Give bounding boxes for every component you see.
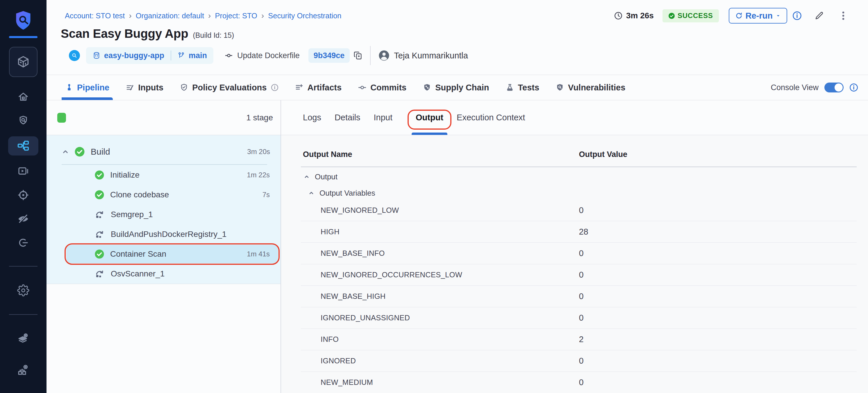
branch-name: main [189,51,207,60]
tab-pipeline[interactable]: Pipeline [62,75,113,100]
tab-label: Artifacts [307,83,342,92]
step-row-semgrep[interactable]: Semgrep_1 [46,205,280,224]
tab-commits[interactable]: Commits [354,75,410,100]
stage-success-icon [74,147,85,157]
breadcrumb-separator: › [261,11,264,20]
column-output-value: Output Value [576,150,857,159]
subtab-output-active-annotated[interactable]: Output [407,100,452,135]
build-stage-group: Build 3m 20s Initialize 1m 22s Clone cod… [46,135,280,284]
subtab-logs[interactable]: Logs [303,100,321,135]
tab-vulnerabilities[interactable]: Vulnerabilities [552,75,629,100]
stage-row-build[interactable]: Build 3m 20s [46,135,280,164]
step-row-clone-codebase[interactable]: Clone codebase 7s [46,185,280,205]
rerun-button-label: Re-run [746,11,773,21]
stage-status-square [57,113,66,123]
group-row-output[interactable]: Output [301,167,857,186]
nav-executions-icon[interactable] [15,163,31,179]
tests-flask-icon [505,83,514,92]
group-row-output-variables[interactable]: Output Variables [301,186,857,200]
policy-info-icon[interactable] [271,84,278,91]
commits-icon [358,83,367,92]
copy-sha-icon[interactable] [353,51,363,60]
harness-sto-execution-page: Account: STO test › Organization: defaul… [0,0,868,393]
nav-home-icon[interactable] [15,89,31,105]
subtab-input[interactable]: Input [374,100,393,135]
output-value: 0 [576,248,857,258]
collapse-chevron-icon[interactable] [61,147,70,156]
step-row-build-and-push[interactable]: BuildAndPushDockerRegistry_1 [46,224,280,244]
nav-targets-icon[interactable] [15,187,31,203]
status-badge: SUCCESS [662,9,719,22]
group-label: Output Variables [319,189,375,198]
rerun-button[interactable]: Re-run [729,8,787,24]
console-view-cluster: Console View [771,75,858,100]
breadcrumb-account[interactable]: Account: STO test [65,11,125,20]
step-row-container-scan-selected-annotated[interactable]: Container Scan 1m 41s [46,244,280,264]
rerun-refresh-icon [735,12,743,20]
step-group-icon [94,269,105,279]
logo-underline [9,36,37,38]
more-options-kebab-icon[interactable] [839,11,848,21]
tab-artifacts[interactable]: Artifacts [291,75,345,100]
sidebar-divider [9,266,37,267]
module-selector-button[interactable] [9,47,37,77]
stage-panel-header: 1 stage [46,100,280,135]
output-name: HIGH [301,228,576,236]
step-row-initialize[interactable]: Initialize 1m 22s [46,165,280,185]
table-row: IGNORED 0 [301,350,857,372]
repo-branch-pill[interactable]: easy-buggy-app main [86,47,213,64]
step-row-osv-scanner[interactable]: OsvScanner_1 [46,264,280,284]
artifacts-icon [295,83,304,92]
nav-scan-icon[interactable] [15,113,31,129]
console-view-label: Console View [771,83,818,92]
tab-policy-evaluations[interactable]: Policy Evaluations [176,75,282,100]
output-name: IGNORED_UNASSIGNED [301,314,576,322]
nav-pipelines-icon-active[interactable] [8,136,38,155]
stage-panel: 1 stage Build 3m 20s [46,100,281,393]
main-column: Account: STO test › Organization: defaul… [46,0,868,393]
step-name: Semgrep_1 [111,210,153,219]
output-value: 0 [576,206,857,215]
table-row: NEW_MEDIUM 0 [301,372,857,393]
execution-info-icon[interactable] [793,11,802,20]
header-actions: 3m 26s SUCCESS Re-run [614,8,848,24]
nav-resources-layers-icon[interactable] [15,330,31,346]
output-value: 0 [576,377,857,387]
author-name: Teja Kummarikuntla [394,51,468,60]
output-name: NEW_IGNORED_OCCURRENCES_LOW [301,271,576,279]
stage-name: Build [91,147,110,157]
breadcrumb-project[interactable]: Project: STO [215,11,257,20]
breadcrumb-separator: › [129,11,131,20]
inputs-icon [126,83,134,92]
console-view-toggle[interactable] [825,83,844,92]
commit-message-cluster: Update Dockerfile [224,51,300,60]
git-branch-icon [178,52,185,59]
breadcrumb-module[interactable]: Security Orchestration [268,11,341,20]
clock-icon [614,11,623,20]
output-value: 0 [576,313,857,323]
tab-tests[interactable]: Tests [502,75,543,100]
tab-inputs[interactable]: Inputs [122,75,167,100]
table-row: NEW_BASE_HIGH 0 [301,286,857,307]
step-name: BuildAndPushDockerRegistry_1 [111,230,226,239]
subtab-execution-context[interactable]: Execution Context [457,100,525,135]
nav-hidden-eye-off-icon[interactable] [15,211,31,227]
page-title: Scan Easy Buggy App [61,27,188,41]
nav-project-settings-icon[interactable] [15,282,31,299]
tab-supply-chain[interactable]: Supply Chain [419,75,492,100]
nav-get-started-icon[interactable] [15,235,31,251]
output-name: IGNORED [301,357,576,365]
step-name: Container Scan [110,249,166,259]
commit-sha-pill[interactable]: 9b349ce [308,48,350,63]
collapse-chevron-icon[interactable] [308,189,315,196]
chevron-down-icon [776,13,781,18]
collapse-chevron-icon[interactable] [303,173,310,180]
nav-org-structure-icon[interactable] [15,362,31,378]
breadcrumb-organization[interactable]: Organization: default [136,11,204,20]
console-view-info-icon[interactable] [849,83,858,92]
table-row: NEW_IGNORED_OCCURRENCES_LOW 0 [301,264,857,286]
subtab-details[interactable]: Details [335,100,361,135]
supply-chain-icon [423,83,431,92]
edit-pipeline-icon[interactable] [814,11,824,20]
tab-label: Tests [518,83,539,92]
